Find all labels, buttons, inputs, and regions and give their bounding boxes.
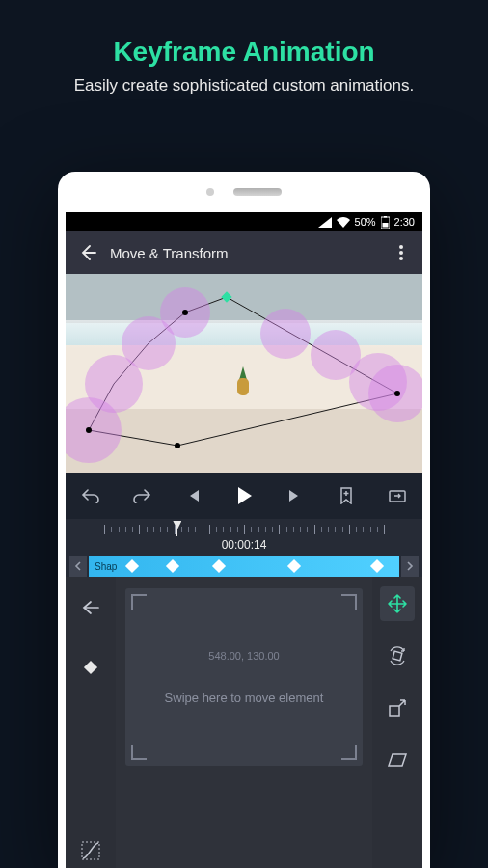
- overflow-menu-button[interactable]: [390, 241, 413, 264]
- loop-button[interactable]: [384, 482, 411, 509]
- add-keyframe-button[interactable]: [333, 482, 360, 509]
- loop-icon: [389, 488, 406, 503]
- move-pad[interactable]: 548.00, 130.00 Swipe here to move elemen…: [125, 588, 363, 766]
- transport-bar: [66, 473, 422, 519]
- rotate-icon: [387, 645, 408, 666]
- workspace-right-toolbar: [372, 577, 422, 868]
- status-bar: 50% 2:30: [66, 212, 422, 231]
- chevron-left-icon: [74, 561, 82, 571]
- motion-waypoint: [260, 309, 311, 359]
- svg-point-5: [399, 257, 403, 260]
- easing-curve-button[interactable]: [73, 833, 108, 868]
- workspace-left-toolbar: [66, 577, 116, 868]
- keyframe-marker[interactable]: [166, 559, 179, 573]
- timeline[interactable]: 00:00:14 Shap: [66, 519, 422, 584]
- move-tool-button[interactable]: [380, 586, 415, 621]
- bookmark-plus-icon: [339, 487, 354, 504]
- next-keyframe-button[interactable]: [282, 482, 309, 509]
- phone-frame: 50% 2:30 Move & Transform: [58, 172, 430, 868]
- app-bar: Move & Transform: [66, 231, 422, 274]
- crop-corner-icon: [131, 594, 147, 610]
- more-vertical-icon: [399, 245, 403, 260]
- page-title: Move & Transform: [110, 245, 229, 261]
- prev-keyframe-button[interactable]: [179, 482, 206, 509]
- svg-rect-7: [84, 661, 97, 674]
- svg-rect-2: [382, 223, 388, 228]
- skew-icon: [387, 749, 408, 771]
- svg-point-3: [399, 245, 403, 249]
- keyframe-marker[interactable]: [125, 559, 139, 573]
- path-node[interactable]: [394, 391, 400, 396]
- battery-percent: 50%: [355, 216, 376, 228]
- path-node[interactable]: [182, 310, 188, 315]
- marketing-title: Keyframe Animation: [39, 37, 449, 68]
- redo-button[interactable]: [128, 482, 155, 509]
- play-icon: [233, 485, 255, 506]
- playhead[interactable]: [176, 523, 177, 536]
- move-icon: [387, 593, 408, 614]
- marketing-subtitle: Easily create sophisticated custom anima…: [39, 75, 449, 97]
- workspace-panel: 548.00, 130.00 Swipe here to move elemen…: [66, 577, 422, 868]
- undo-icon: [81, 488, 100, 503]
- undo-button[interactable]: [77, 482, 104, 509]
- svg-rect-9: [393, 651, 402, 661]
- battery-icon: [381, 216, 390, 229]
- panel-back-button[interactable]: [73, 590, 108, 625]
- clock: 2:30: [394, 216, 415, 228]
- diamond-icon: [83, 660, 98, 675]
- track-scroll-right[interactable]: [401, 556, 419, 577]
- timecode: 00:00:14: [66, 538, 422, 552]
- keyframe-marker[interactable]: [370, 559, 384, 573]
- svg-rect-1: [384, 216, 387, 218]
- earpiece-dot-icon: [206, 188, 214, 196]
- keyframe-tool-button[interactable]: [73, 650, 108, 685]
- skip-forward-icon: [287, 488, 303, 503]
- skew-tool-button[interactable]: [380, 743, 415, 777]
- chevron-right-icon: [406, 561, 414, 571]
- path-node[interactable]: [86, 427, 92, 433]
- wifi-icon: [337, 217, 350, 228]
- arrow-left-icon: [81, 600, 100, 615]
- move-pad-hint: Swipe here to move element: [165, 691, 324, 705]
- screen: 50% 2:30 Move & Transform: [66, 212, 422, 868]
- signal-icon: [318, 217, 332, 228]
- svg-point-4: [399, 251, 403, 255]
- play-button[interactable]: [230, 482, 258, 509]
- keyframe-marker[interactable]: [212, 559, 226, 573]
- skip-back-icon: [185, 488, 201, 503]
- arrow-left-icon: [78, 243, 97, 262]
- scale-tool-button[interactable]: [380, 691, 415, 725]
- curve-icon: [80, 840, 101, 861]
- position-readout: 548.00, 130.00: [208, 650, 279, 662]
- path-node[interactable]: [175, 443, 180, 448]
- crop-corner-icon: [131, 745, 147, 760]
- clip-label: Shap: [95, 561, 117, 572]
- back-button[interactable]: [75, 240, 100, 265]
- keyframe-marker[interactable]: [286, 559, 300, 573]
- svg-rect-10: [390, 706, 399, 716]
- scale-icon: [387, 697, 408, 719]
- speaker-slot-icon: [233, 188, 282, 196]
- redo-icon: [132, 488, 151, 503]
- track-clip[interactable]: Shap: [89, 556, 399, 577]
- crop-corner-icon: [341, 745, 357, 760]
- timeline-ruler[interactable]: [104, 523, 384, 536]
- track-scroll-left[interactable]: [69, 556, 87, 577]
- phone-hardware: [58, 172, 430, 212]
- preview-canvas[interactable]: [66, 274, 422, 473]
- crop-corner-icon: [341, 594, 357, 610]
- rotate-tool-button[interactable]: [380, 638, 415, 673]
